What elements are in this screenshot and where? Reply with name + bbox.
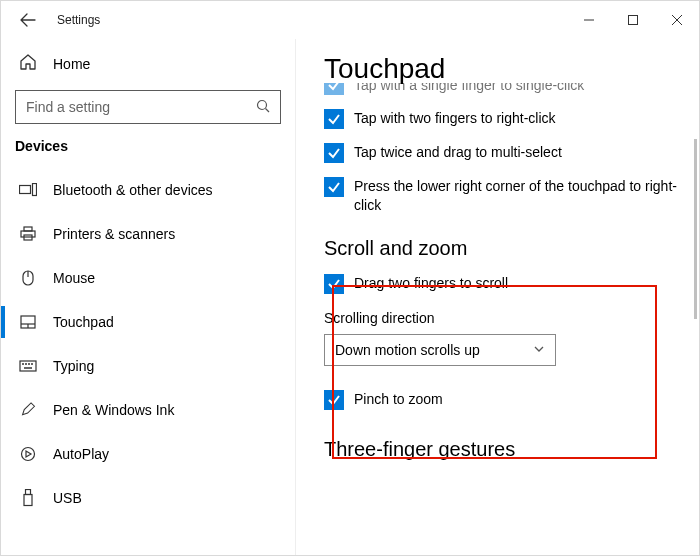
back-button[interactable]	[13, 5, 43, 35]
window-title: Settings	[57, 13, 100, 27]
scroll-direction-dropdown[interactable]: Down motion scrolls up	[324, 334, 556, 366]
checkbox-row: Tap twice and drag to multi-select	[324, 143, 679, 163]
checkbox[interactable]	[324, 390, 344, 410]
window-controls	[567, 5, 699, 35]
devices-icon	[19, 181, 37, 199]
sidebar-item-touchpad[interactable]: Touchpad	[1, 300, 295, 344]
minimize-button[interactable]	[567, 5, 611, 35]
checkbox-row-clipped: Tap with a single finger to single-click	[324, 83, 679, 95]
title-bar: Settings	[1, 1, 699, 39]
pen-icon	[19, 401, 37, 419]
category-header: Devices	[1, 138, 295, 168]
scrollbar[interactable]	[694, 59, 697, 517]
scroll-direction-label: Scrolling direction	[324, 310, 683, 326]
keyboard-icon	[19, 357, 37, 375]
svg-rect-1	[629, 16, 638, 25]
svg-rect-7	[33, 184, 37, 196]
page-title: Touchpad	[324, 53, 683, 85]
checkbox-row: Drag two fingers to scroll	[324, 274, 679, 294]
home-icon	[19, 53, 37, 74]
back-arrow-icon	[20, 12, 36, 28]
search-input[interactable]: Find a setting	[15, 90, 281, 124]
svg-point-22	[22, 448, 35, 461]
settings-window: Settings Home Find a setting	[0, 0, 700, 556]
checkbox[interactable]	[324, 143, 344, 163]
printer-icon	[19, 225, 37, 243]
search-icon	[256, 99, 270, 116]
svg-rect-9	[21, 231, 35, 237]
mouse-icon	[19, 269, 37, 287]
checkbox-label: Drag two fingers to scroll	[354, 274, 508, 293]
checkbox-row: Pinch to zoom	[324, 390, 679, 410]
touchpad-icon	[19, 313, 37, 331]
chevron-down-icon	[533, 342, 545, 358]
section-heading-three-finger: Three-finger gestures	[324, 438, 683, 461]
section-heading-scroll-zoom: Scroll and zoom	[324, 237, 683, 260]
sidebar-item-label: Mouse	[53, 270, 95, 286]
checkbox[interactable]	[324, 177, 344, 197]
sidebar-item-autoplay[interactable]: AutoPlay	[1, 432, 295, 476]
sidebar-item-typing[interactable]: Typing	[1, 344, 295, 388]
search-placeholder: Find a setting	[26, 99, 256, 115]
checkbox-row: Press the lower right corner of the touc…	[324, 177, 679, 215]
autoplay-icon	[19, 445, 37, 463]
sidebar-item-label: Bluetooth & other devices	[53, 182, 213, 198]
svg-rect-24	[26, 490, 31, 495]
svg-rect-16	[20, 361, 36, 371]
checkbox-label: Press the lower right corner of the touc…	[354, 177, 679, 215]
checkbox[interactable]	[324, 83, 344, 95]
checkbox[interactable]	[324, 274, 344, 294]
svg-rect-8	[24, 227, 32, 231]
scroll-thumb[interactable]	[694, 139, 697, 319]
sidebar-item-pen[interactable]: Pen & Windows Ink	[1, 388, 295, 432]
checkbox[interactable]	[324, 109, 344, 129]
content-pane: Touchpad Tap with a single finger to sin…	[296, 39, 699, 556]
checkbox-label: Tap with a single finger to single-click	[354, 83, 584, 95]
sidebar-item-label: AutoPlay	[53, 446, 109, 462]
checkbox-label: Pinch to zoom	[354, 390, 443, 409]
svg-rect-25	[24, 495, 32, 506]
settings-list: Tap with a single finger to single-click…	[324, 83, 683, 461]
sidebar-item-label: USB	[53, 490, 82, 506]
sidebar-item-usb[interactable]: USB	[1, 476, 295, 520]
sidebar-item-label: Typing	[53, 358, 94, 374]
close-button[interactable]	[655, 5, 699, 35]
svg-marker-23	[26, 451, 31, 457]
home-label: Home	[53, 56, 90, 72]
usb-icon	[19, 489, 37, 507]
sidebar-item-label: Pen & Windows Ink	[53, 402, 174, 418]
sidebar-item-bluetooth[interactable]: Bluetooth & other devices	[1, 168, 295, 212]
sidebar-home[interactable]: Home	[1, 43, 295, 86]
nav-list: Bluetooth & other devices Printers & sca…	[1, 168, 295, 520]
maximize-button[interactable]	[611, 5, 655, 35]
sidebar-item-printers[interactable]: Printers & scanners	[1, 212, 295, 256]
checkbox-label: Tap with two fingers to right-click	[354, 109, 556, 128]
checkbox-row: Tap with two fingers to right-click	[324, 109, 679, 129]
sidebar: Home Find a setting Devices Bluetooth & …	[1, 39, 296, 556]
svg-point-4	[258, 100, 267, 109]
sidebar-item-label: Printers & scanners	[53, 226, 175, 242]
checkbox-label: Tap twice and drag to multi-select	[354, 143, 562, 162]
dropdown-value: Down motion scrolls up	[335, 342, 533, 358]
svg-line-5	[266, 108, 270, 112]
sidebar-item-label: Touchpad	[53, 314, 114, 330]
sidebar-item-mouse[interactable]: Mouse	[1, 256, 295, 300]
svg-rect-6	[20, 186, 31, 194]
